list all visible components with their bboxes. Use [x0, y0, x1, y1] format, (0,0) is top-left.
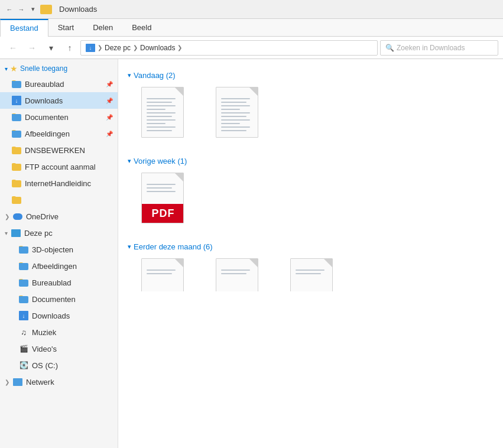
sidebar-item-onedrive[interactable]: ❯ OneDrive — [0, 208, 118, 225]
group-eerder-maand-label: Eerder deze maand (6) — [134, 242, 213, 251]
downloads-sidebar-label: Downloads — [25, 96, 102, 105]
dropdown-nav-button[interactable]: ▾ — [43, 40, 59, 56]
doc2-line6 — [221, 116, 246, 117]
tab-beeld[interactable]: Beeld — [122, 19, 161, 37]
folder-icon — [40, 5, 52, 14]
sidebar-item-dnsbewerken[interactable]: DNSBEWERKEN — [0, 142, 118, 158]
doc1-icon — [141, 87, 184, 138]
back-arrow-icon[interactable]: ← — [5, 5, 14, 14]
group-header-vorige-week[interactable]: ▾ Vorige week (1) — [128, 157, 494, 165]
sidebar-item-videos[interactable]: 🎬 Video's — [0, 340, 118, 357]
search-icon: 🔍 — [385, 44, 394, 52]
pin-icon-bureaublad: 📌 — [106, 81, 113, 87]
pdf1-lines — [142, 173, 183, 196]
group-header-eerder-maand[interactable]: ▾ Eerder deze maand (6) — [128, 242, 494, 251]
doc2-line3 — [221, 105, 250, 106]
sidebar-item-3d[interactable]: 3D-objecten — [0, 241, 118, 258]
forward-button[interactable]: → — [24, 40, 40, 56]
doc1-line7 — [147, 119, 176, 121]
doc2-icon — [216, 87, 258, 138]
sidebar-item-afbeeldingen2[interactable]: Afbeeldingen — [0, 258, 118, 274]
doc1-line2 — [147, 102, 172, 103]
window-title: Downloads — [59, 5, 97, 14]
sidebar-item-muziek[interactable]: ♫ Muziek — [0, 324, 118, 340]
doc5-icon-wrapper — [290, 258, 338, 291]
doc2-line2 — [221, 102, 246, 103]
sidebar-item-ftp[interactable]: FTP account aanmal — [0, 158, 118, 175]
sidebar-item-netwerk[interactable]: ❯ Netwerk — [0, 374, 118, 390]
3d-icon — [19, 245, 28, 254]
group-vandaag-label: Vandaag (2) — [134, 71, 176, 80]
file-tile-pdf1[interactable]: PDF — [132, 170, 197, 231]
back-button[interactable]: ← — [5, 40, 21, 56]
doc1-line9 — [147, 126, 176, 128]
group-header-vandaag[interactable]: ▾ Vandaag (2) — [128, 71, 494, 80]
afbeeldingen2-label: Afbeeldingen — [32, 262, 113, 271]
sidebar-item-osc[interactable]: 💽 OS (C:) — [0, 357, 118, 374]
muziek-label: Muziek — [32, 328, 113, 337]
doc2-line7 — [221, 119, 250, 121]
address-bar: ← → ▾ ↑ ↓ ❯ Deze pc ❯ Downloads ❯ 🔍 Zoek… — [0, 37, 503, 59]
pdf1-icon: PDF — [141, 173, 184, 223]
videos-icon: 🎬 — [19, 344, 28, 353]
file-grid-vorige-week: PDF — [128, 170, 494, 235]
sidebar-item-documenten[interactable]: Documenten 📌 — [0, 109, 118, 125]
path-chevron-2: ❯ — [133, 44, 138, 51]
path-chevron-3: ❯ — [177, 44, 182, 51]
netwerk-label: Netwerk — [26, 378, 113, 387]
sidebar-item-internet[interactable]: InternetHandleidinc — [0, 175, 118, 191]
doc2-line8 — [221, 123, 240, 124]
sidebar-item-bureaublad2[interactable]: Bureaublad — [0, 274, 118, 291]
unnamed-folder-icon — [12, 195, 21, 204]
sidebar-item-documenten2[interactable]: Documenten — [0, 291, 118, 307]
file-tile-doc3[interactable] — [132, 256, 197, 291]
doc1-line5 — [147, 112, 176, 113]
sidebar-item-unnamed[interactable] — [0, 191, 118, 208]
file-tile-doc4[interactable] — [207, 256, 272, 291]
file-tile-doc1[interactable] — [132, 85, 197, 145]
onedrive-label: OneDrive — [26, 212, 113, 221]
tab-start[interactable]: Start — [48, 19, 83, 37]
doc2-icon-wrapper — [216, 87, 263, 140]
path-deze-pc[interactable]: Deze pc — [105, 44, 131, 52]
sidebar-item-afbeeldingen[interactable]: Afbeeldingen 📌 — [0, 125, 118, 142]
forward-arrow-icon[interactable]: → — [17, 5, 26, 14]
file-tile-doc5[interactable] — [281, 256, 346, 291]
chevron-down-deze-pc-icon: ▾ — [5, 230, 8, 236]
tab-delen[interactable]: Delen — [83, 19, 122, 37]
dnsbewerken-label: DNSBEWERKEN — [25, 146, 113, 155]
star-icon: ★ — [10, 64, 18, 73]
sidebar-item-deze-pc[interactable]: ▾ Deze pc — [0, 225, 118, 241]
internet-label: InternetHandleidinc — [25, 179, 113, 188]
tab-bestand[interactable]: Bestand — [0, 19, 48, 37]
pin-icon-documenten: 📌 — [106, 114, 113, 121]
doc1-line8 — [147, 123, 165, 124]
bureaublad2-label: Bureaublad — [32, 278, 113, 287]
afbeeldingen-icon — [12, 129, 21, 138]
osc-icon: 💽 — [19, 361, 28, 370]
pin-icon-downloads: 📌 — [106, 98, 113, 104]
bureaublad2-icon — [19, 278, 28, 287]
pin-icon-afbeeldingen: 📌 — [106, 131, 113, 137]
deze-pc-label: Deze pc — [24, 229, 113, 238]
path-downloads[interactable]: Downloads — [140, 44, 175, 52]
doc4-lines — [216, 259, 258, 278]
file-grid-eerder-maand — [128, 256, 494, 296]
dropdown-icon[interactable]: ▾ — [28, 5, 38, 14]
file-tile-doc2[interactable] — [207, 85, 272, 145]
sidebar-item-bureaublad[interactable]: Bureaublad 📌 — [0, 76, 118, 92]
sidebar-item-downloads[interactable]: ↓ Downloads 📌 — [0, 92, 118, 109]
address-path[interactable]: ↓ ❯ Deze pc ❯ Downloads ❯ — [80, 40, 378, 56]
documenten2-label: Documenten — [32, 295, 113, 304]
deze-pc-icon — [11, 228, 21, 238]
ftp-label: FTP account aanmal — [25, 163, 113, 171]
documenten-label: Documenten — [25, 113, 102, 122]
title-bar-icons: ← → ▾ Downloads — [5, 5, 97, 14]
doc1-line1 — [147, 98, 176, 99]
search-box[interactable]: 🔍 Zoeken in Downloads — [380, 40, 498, 56]
sidebar-item-downloads2[interactable]: ↓ Downloads — [0, 307, 118, 324]
muziek-icon: ♫ — [19, 327, 28, 337]
sidebar-group-snelle-toegang[interactable]: ▾ ★ Snelle toegang — [0, 61, 118, 76]
up-button[interactable]: ↑ — [61, 40, 78, 56]
dnsbewerken-icon — [12, 145, 21, 155]
